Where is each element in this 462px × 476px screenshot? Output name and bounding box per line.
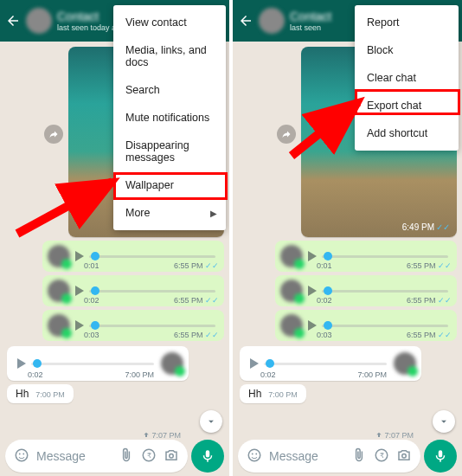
mic-badge-icon (61, 259, 72, 269)
menu-media[interactable]: Media, links, and docs (113, 36, 226, 76)
menu-search[interactable]: Search (113, 76, 226, 104)
voice-avatar (48, 280, 70, 302)
avatar[interactable] (26, 8, 52, 34)
camera-icon[interactable] (164, 447, 179, 466)
camera-icon[interactable] (396, 447, 412, 466)
play-icon[interactable] (17, 358, 26, 369)
svg-text:₹: ₹ (380, 452, 384, 460)
svg-point-2 (22, 453, 24, 454)
input-bar: 7:07 PM Message ₹ (0, 436, 229, 476)
back-icon[interactable] (5, 13, 21, 29)
svg-point-12 (402, 453, 407, 458)
menu-clear-chat[interactable]: Clear chat (355, 64, 459, 92)
voice-message-out[interactable]: 0:03 6:55 PM ✓✓ (42, 310, 224, 341)
voice-avatar (161, 352, 183, 375)
voice-message-in[interactable]: 0:02 7:00 PM (7, 346, 189, 381)
menu-block[interactable]: Block (355, 36, 459, 64)
voice-avatar (48, 245, 70, 267)
header-text[interactable]: Contact last seen (290, 10, 331, 32)
message-input[interactable]: Message ₹ (5, 440, 188, 473)
message-time: 7:00 PM (35, 390, 65, 399)
voice-message-in[interactable]: 0:02 7:00 PM (240, 346, 421, 381)
svg-point-8 (252, 453, 253, 454)
phone-right: Contact last seen 6:49 PM✓✓ 0:01 6:55 PM… (233, 0, 462, 476)
chevron-right-icon: ▶ (210, 209, 217, 218)
delivered-indicator: 7:07 PM (143, 431, 181, 440)
image-timestamp: 6:49 PM✓✓ (402, 222, 450, 232)
svg-point-5 (170, 453, 174, 458)
svg-point-1 (19, 453, 21, 454)
options-submenu: Report Block Clear chat Export chat Add … (355, 5, 459, 151)
play-icon[interactable] (250, 358, 259, 369)
play-icon[interactable] (75, 286, 84, 296)
menu-mute[interactable]: Mute notifications (113, 104, 226, 132)
menu-report[interactable]: Report (355, 9, 459, 36)
play-icon[interactable] (308, 320, 317, 331)
voice-message-out[interactable]: 0:02 6:55 PM ✓✓ (42, 275, 224, 306)
menu-view-contact[interactable]: View contact (113, 9, 226, 36)
forward-icon[interactable] (44, 125, 63, 144)
delivered-indicator: 7:07 PM (375, 431, 414, 440)
message-placeholder: Message (36, 449, 112, 463)
voice-avatar (48, 314, 70, 337)
rupee-icon[interactable]: ₹ (374, 447, 389, 466)
voice-timestamp: 6:55 PM ✓✓ (174, 261, 219, 270)
phone-left: Contact last seen today at 5:16 6:49 PM✓… (0, 0, 229, 476)
svg-point-7 (248, 449, 260, 461)
svg-point-0 (16, 449, 28, 461)
forward-icon[interactable] (277, 125, 296, 144)
menu-export-chat[interactable]: Export chat (355, 92, 459, 119)
options-menu: View contact Media, links, and docs Sear… (113, 5, 226, 230)
seek-track[interactable] (89, 290, 215, 293)
menu-more[interactable]: More▶ (113, 199, 226, 227)
attach-icon[interactable] (351, 447, 367, 466)
avatar[interactable] (259, 8, 285, 34)
play-icon[interactable] (75, 251, 84, 261)
svg-text:₹: ₹ (147, 452, 151, 460)
play-icon[interactable] (75, 320, 84, 331)
text-message-in[interactable]: Hh 7:00 PM (7, 384, 74, 403)
voice-duration: 0:01 (84, 261, 99, 270)
mic-button[interactable] (424, 440, 457, 473)
back-icon[interactable] (238, 13, 253, 29)
message-input[interactable]: Message ₹ (238, 440, 420, 473)
play-icon[interactable] (308, 251, 317, 261)
svg-point-9 (255, 453, 257, 454)
mic-button[interactable] (191, 440, 224, 473)
play-icon[interactable] (308, 286, 317, 296)
menu-disappearing[interactable]: Disappearing messages (113, 132, 226, 171)
contact-name: Contact (290, 10, 331, 23)
attach-icon[interactable] (119, 447, 134, 466)
voice-message-out[interactable]: 0:01 6:55 PM ✓✓ (42, 241, 224, 272)
menu-wallpaper[interactable]: Wallpaper (113, 171, 226, 199)
voice-message-out[interactable]: 0:03 6:55 PM ✓✓ (275, 310, 457, 341)
emoji-icon[interactable] (14, 447, 29, 466)
seek-track[interactable] (89, 255, 215, 258)
seek-track[interactable] (31, 363, 154, 365)
rupee-icon[interactable]: ₹ (141, 447, 157, 466)
text-message-in[interactable]: Hh 7:00 PM (240, 384, 306, 403)
emoji-icon[interactable] (247, 447, 262, 466)
scroll-down-button[interactable] (433, 410, 455, 433)
seek-track[interactable] (89, 325, 215, 327)
input-bar: 7:07 PM Message ₹ (233, 436, 462, 476)
scroll-down-button[interactable] (200, 410, 222, 433)
voice-message-out[interactable]: 0:01 6:55 PM ✓✓ (275, 241, 457, 272)
menu-add-shortcut[interactable]: Add shortcut (355, 119, 459, 147)
voice-message-out[interactable]: 0:02 6:55 PM ✓✓ (275, 275, 457, 306)
message-body: Hh (16, 388, 29, 400)
last-seen: last seen (290, 23, 331, 32)
